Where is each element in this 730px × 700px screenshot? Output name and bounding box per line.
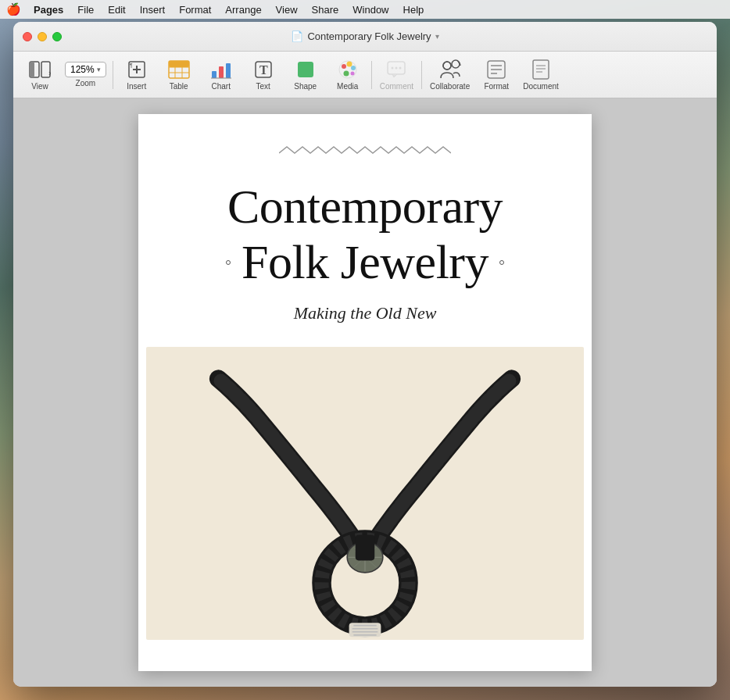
menubar-insert[interactable]: Insert	[134, 2, 172, 17]
svg-rect-1	[30, 62, 34, 77]
svg-rect-15	[226, 63, 231, 78]
fullscreen-button[interactable]	[52, 32, 62, 41]
comment-icon	[386, 59, 406, 80]
titlebar: 📄 Contemporary Folk Jewelry ▾	[13, 22, 717, 52]
menubar-file[interactable]: File	[71, 2, 100, 17]
table-icon	[168, 59, 190, 80]
menubar-window[interactable]: Window	[346, 2, 395, 17]
svg-point-21	[342, 64, 346, 69]
menubar-format[interactable]: Format	[173, 2, 217, 17]
chart-icon	[210, 59, 232, 80]
menubar-share[interactable]: Share	[306, 2, 345, 17]
collaborate-icon	[438, 59, 462, 80]
menubar-arrange[interactable]: Arrange	[219, 2, 267, 17]
window-title: 📄 Contemporary Folk Jewelry ▾	[291, 30, 438, 42]
table-label: Table	[170, 82, 188, 91]
shape-button[interactable]: Shape	[285, 55, 326, 95]
window-title-text: Contemporary Folk Jewelry	[307, 30, 431, 42]
svg-point-24	[343, 71, 349, 77]
svg-rect-13	[212, 71, 216, 78]
svg-rect-37	[533, 60, 549, 79]
pages-document[interactable]: Contemporary Folk Jewelry Making the Old…	[138, 114, 592, 671]
separator-1	[113, 61, 113, 89]
text-label: Text	[256, 82, 270, 91]
menubar-edit[interactable]: Edit	[102, 2, 131, 17]
comment-button: Comment	[375, 55, 418, 95]
media-button[interactable]: Media	[327, 55, 368, 95]
shape-icon	[295, 59, 316, 80]
zoom-box[interactable]: 125% ▾	[65, 62, 106, 77]
view-icon	[29, 59, 51, 80]
zoom-label: Zoom	[76, 79, 96, 88]
zoom-chevron-icon: ▾	[97, 66, 101, 73]
table-button[interactable]: Table	[159, 55, 199, 95]
document-title: Contemporary Folk Jewelry	[226, 179, 504, 291]
format-icon	[486, 59, 506, 80]
svg-point-28	[395, 67, 398, 70]
menubar-pages[interactable]: Pages	[27, 2, 70, 17]
svg-text:T: T	[259, 63, 268, 77]
insert-icon: ¶	[127, 59, 147, 80]
view-button[interactable]: View	[20, 55, 60, 95]
view-label: View	[31, 82, 48, 91]
media-label: Media	[337, 82, 358, 91]
document-icon: 📄	[291, 30, 303, 42]
toolbar: View 125% ▾ Zoom ¶ Insert	[13, 52, 717, 98]
svg-rect-55	[356, 534, 374, 560]
media-icon	[338, 59, 358, 80]
right-dot-ornament	[499, 260, 504, 265]
decorative-ornament	[279, 145, 451, 165]
zoom-control[interactable]: 125% ▾ Zoom	[62, 55, 109, 95]
separator-2	[371, 61, 372, 89]
title-line-1: Contemporary	[226, 179, 504, 234]
pages-window: 📄 Contemporary Folk Jewelry ▾ View 125%	[13, 22, 717, 687]
insert-button[interactable]: ¶ Insert	[116, 55, 157, 95]
separator-3	[421, 61, 422, 89]
svg-point-25	[350, 72, 354, 76]
text-button[interactable]: T Text	[243, 55, 284, 95]
necklace-image	[146, 347, 584, 640]
collaborate-label: Collaborate	[430, 82, 470, 91]
svg-text:¶: ¶	[130, 62, 133, 68]
format-label: Format	[484, 82, 509, 91]
svg-point-32	[443, 62, 451, 70]
svg-rect-14	[219, 66, 224, 78]
shape-label: Shape	[294, 82, 317, 91]
left-dot-ornament	[226, 260, 231, 265]
minimize-button[interactable]	[38, 32, 47, 41]
document-area: Contemporary Folk Jewelry Making the Old…	[13, 98, 717, 687]
chart-label: Chart	[211, 82, 230, 91]
close-button[interactable]	[23, 32, 32, 41]
collaborate-button[interactable]: Collaborate	[425, 55, 474, 95]
svg-point-29	[399, 67, 402, 70]
svg-point-23	[351, 66, 356, 70]
document-button[interactable]: Document	[518, 55, 564, 95]
svg-rect-2	[41, 62, 50, 77]
traffic-lights	[23, 32, 62, 41]
menubar-help[interactable]: Help	[397, 2, 431, 17]
svg-rect-8	[169, 61, 189, 67]
svg-rect-19	[298, 62, 313, 77]
zoom-value: 125%	[70, 64, 95, 75]
title-line-2-text: Folk Jewelry	[242, 234, 488, 290]
menubar: 🍎 Pages File Edit Insert Format Arrange …	[0, 0, 730, 19]
chart-button[interactable]: Chart	[201, 55, 242, 95]
title-chevron-icon[interactable]: ▾	[435, 32, 439, 41]
document-icon	[531, 59, 550, 80]
svg-point-27	[392, 67, 394, 70]
svg-point-22	[346, 62, 352, 67]
apple-menu[interactable]: 🍎	[6, 2, 21, 16]
document-subtitle: Making the Old New	[294, 303, 437, 323]
title-line-2: Folk Jewelry	[226, 234, 504, 290]
insert-label: Insert	[127, 82, 146, 91]
comment-label: Comment	[380, 82, 413, 91]
menubar-view[interactable]: View	[270, 2, 304, 17]
format-button[interactable]: Format	[476, 55, 517, 95]
document-label: Document	[523, 82, 559, 91]
text-icon: T	[253, 59, 274, 80]
